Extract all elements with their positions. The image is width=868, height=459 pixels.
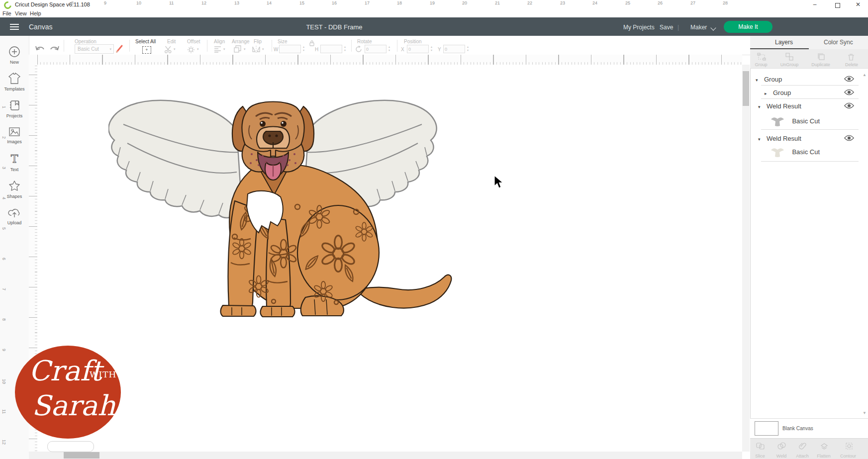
slice-label[interactable]: Slice: [750, 454, 770, 459]
sidebar-item-upload[interactable]: Upload: [0, 207, 29, 225]
align-label[interactable]: Align: [214, 39, 225, 44]
lock-aspect-icon[interactable]: [309, 40, 315, 46]
stepper-up-icon[interactable]: ▴: [343, 45, 347, 49]
visibility-eye-icon[interactable]: [844, 75, 855, 83]
duplicate-icon[interactable]: [817, 52, 826, 61]
arrange-icon[interactable]: [234, 45, 242, 53]
size-label: Size: [278, 39, 287, 44]
ungroup-icon[interactable]: [785, 52, 794, 61]
tab-color-sync[interactable]: Color Sync: [824, 39, 853, 46]
panel-scroll-down-icon[interactable]: ▼: [863, 411, 867, 415]
layer-row[interactable]: ▾ Group: [756, 75, 782, 84]
expander-icon[interactable]: ▾: [758, 104, 761, 109]
visibility-eye-icon[interactable]: [844, 102, 855, 109]
stepper-down-icon[interactable]: ▾: [301, 49, 306, 52]
flip-icon[interactable]: [252, 45, 261, 53]
operation-color-pen-icon[interactable]: [115, 44, 124, 53]
delete-action-label[interactable]: Delete: [841, 62, 863, 67]
layer-row[interactable]: ▾ Weld Result: [758, 134, 801, 143]
stepper-up-icon[interactable]: ▴: [387, 45, 391, 49]
position-y-input[interactable]: [443, 45, 465, 53]
chevron-down-icon[interactable]: [710, 25, 716, 30]
canvas-vertical-scrollbar[interactable]: [742, 65, 750, 452]
delete-icon[interactable]: [847, 52, 856, 61]
offset-label[interactable]: Offset: [187, 39, 200, 44]
visibility-eye-icon[interactable]: [844, 89, 855, 96]
hamburger-menu-icon[interactable]: [10, 24, 19, 30]
redo-icon[interactable]: [49, 44, 60, 52]
chevron-down-icon: ▾: [223, 47, 225, 51]
menu-file[interactable]: File: [2, 10, 11, 16]
y-stepper[interactable]: ▴ ▾: [466, 45, 470, 52]
minimize-button[interactable]: –: [807, 0, 822, 9]
machine-select[interactable]: Maker: [690, 24, 707, 31]
sidebar-item-templates[interactable]: Templates: [0, 73, 29, 92]
expander-icon[interactable]: ▾: [756, 78, 758, 83]
layer-row[interactable]: ▸ Group: [765, 88, 791, 97]
stepper-down-icon[interactable]: ▾: [343, 49, 347, 52]
contour-label[interactable]: Contour: [838, 454, 858, 459]
stepper-down-icon[interactable]: ▾: [429, 49, 434, 52]
duplicate-action-label[interactable]: Duplicate: [810, 62, 832, 67]
blank-canvas-thumbnail[interactable]: [755, 421, 778, 436]
arrange-label[interactable]: Arrange: [232, 39, 250, 44]
my-projects-link[interactable]: My Projects: [623, 24, 655, 31]
expander-icon[interactable]: ▾: [758, 137, 761, 142]
panel-scroll-up-icon[interactable]: ▲: [863, 73, 867, 77]
stepper-up-icon[interactable]: ▴: [429, 45, 434, 49]
canvas-horizontal-scrollbar[interactable]: [29, 452, 742, 459]
canvas-artwork-winged-dog[interactable]: [108, 89, 457, 325]
align-icon[interactable]: [214, 46, 222, 53]
position-x-input[interactable]: [407, 45, 429, 53]
weld-icon[interactable]: [777, 442, 786, 451]
tab-layers[interactable]: Layers: [775, 39, 793, 46]
rotate-stepper[interactable]: ▴ ▾: [387, 45, 391, 52]
stepper-down-icon[interactable]: ▾: [466, 49, 470, 52]
flatten-label[interactable]: Flatten: [814, 454, 834, 459]
restore-button[interactable]: [830, 0, 845, 9]
ungroup-action-label[interactable]: UnGroup: [778, 62, 800, 67]
visibility-eye-icon[interactable]: [844, 134, 855, 142]
height-stepper[interactable]: ▴ ▾: [343, 45, 347, 52]
group-icon[interactable]: [757, 52, 766, 61]
zoom-control[interactable]: [47, 441, 94, 452]
weld-label[interactable]: Weld: [772, 454, 791, 459]
offset-icon[interactable]: [187, 45, 195, 54]
expander-icon[interactable]: ▸: [765, 91, 767, 96]
width-input[interactable]: [279, 45, 301, 53]
vertical-scrollbar-thumb[interactable]: [743, 71, 749, 106]
close-button[interactable]: ✕: [851, 0, 866, 9]
edit-label[interactable]: Edit: [167, 39, 176, 44]
horizontal-scrollbar-thumb[interactable]: [64, 452, 99, 459]
flatten-icon[interactable]: [820, 442, 829, 451]
attach-icon[interactable]: [798, 442, 807, 451]
rotate-input[interactable]: [365, 45, 386, 53]
undo-icon[interactable]: [35, 44, 46, 52]
layer-row[interactable]: Basic Cut: [770, 115, 820, 127]
sidebar-item-shapes[interactable]: Shapes: [0, 180, 29, 199]
edit-scissors-icon[interactable]: [164, 45, 172, 53]
group-action-label[interactable]: Group: [750, 62, 772, 67]
make-it-button[interactable]: Make It: [724, 21, 772, 33]
sidebar-item-new[interactable]: New: [0, 46, 29, 65]
operation-dropdown[interactable]: Basic Cut ▾: [75, 44, 114, 54]
height-input[interactable]: [320, 45, 342, 53]
width-stepper[interactable]: ▴ ▾: [301, 45, 306, 52]
flip-label[interactable]: Flip: [254, 39, 262, 44]
layer-row[interactable]: Basic Cut: [770, 146, 820, 158]
slice-icon[interactable]: [756, 442, 765, 451]
x-stepper[interactable]: ▴ ▾: [429, 45, 434, 52]
menu-view[interactable]: View: [15, 10, 27, 16]
layer-row[interactable]: ▾ Weld Result: [758, 101, 801, 110]
select-all-icon[interactable]: +: [142, 46, 151, 54]
stepper-down-icon[interactable]: ▾: [387, 49, 391, 52]
chevron-down-icon: ▾: [197, 47, 199, 51]
rotate-icon[interactable]: [355, 45, 363, 53]
menu-help[interactable]: Help: [30, 10, 41, 16]
contour-icon[interactable]: [845, 442, 854, 451]
attach-label[interactable]: Attach: [792, 454, 812, 459]
stepper-up-icon[interactable]: ▴: [466, 45, 470, 49]
select-all-label[interactable]: Select All: [135, 39, 156, 44]
save-link[interactable]: Save: [660, 24, 673, 31]
stepper-up-icon[interactable]: ▴: [301, 45, 306, 49]
